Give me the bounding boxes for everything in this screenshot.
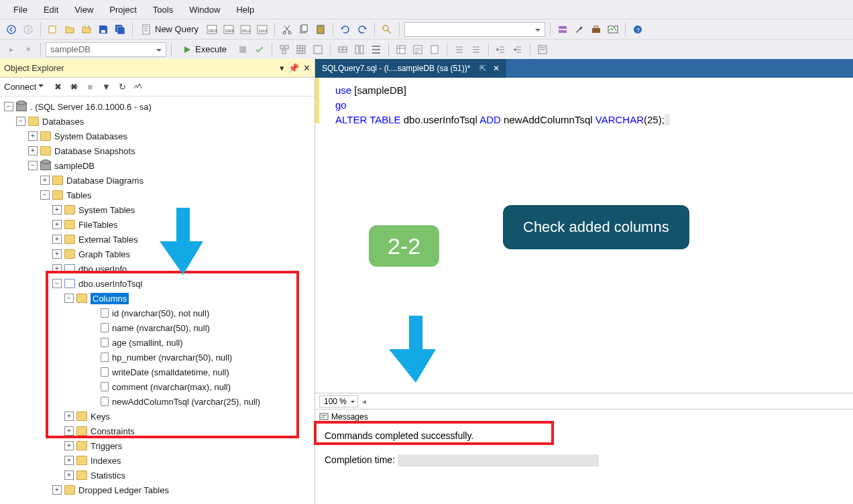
comment-icon[interactable]	[452, 42, 467, 57]
plan-icon-1[interactable]	[277, 42, 292, 57]
help-icon[interactable]: ?	[630, 22, 645, 37]
toggle-dropped[interactable]: +	[52, 485, 62, 495]
reg-servers-icon[interactable]	[555, 22, 570, 37]
tree-userinfo-tsql[interactable]: dbo.userInfoTsql	[78, 279, 142, 289]
toggle-columns[interactable]: −	[64, 294, 74, 303]
toggle-systables[interactable]: +	[52, 205, 62, 214]
wrench-icon[interactable]	[572, 22, 587, 37]
execute-button[interactable]: Execute	[176, 43, 233, 56]
tree-col-0[interactable]: id (nvarchar(50), not null)	[112, 308, 209, 318]
disconnect-all-icon[interactable]: ✖	[68, 81, 80, 93]
tree-snapshots[interactable]: Database Snapshots	[54, 146, 135, 156]
new-project-icon[interactable]	[46, 22, 60, 37]
document-tab[interactable]: SQLQuery7.sql - (l....sampleDB (sa (51))…	[315, 59, 506, 78]
nav-back-button[interactable]	[4, 22, 19, 37]
uncomment-icon[interactable]	[469, 42, 484, 57]
tree-col-1[interactable]: name (nvarchar(50), null)	[112, 323, 210, 333]
xmla-icon-1[interactable]: MDX	[205, 22, 219, 37]
menu-file[interactable]: File	[5, 2, 36, 17]
pin-icon[interactable]: ⇱	[479, 64, 486, 73]
tree-tables[interactable]: Tables	[66, 190, 92, 200]
grid-icon-1[interactable]	[335, 42, 350, 57]
toggle-snapshots[interactable]: +	[28, 146, 38, 155]
activity-icon[interactable]	[132, 81, 144, 93]
redo-icon[interactable]	[355, 22, 369, 37]
menu-tools[interactable]: Tools	[145, 2, 181, 17]
open2-icon[interactable]	[79, 22, 94, 37]
outdent-icon[interactable]	[510, 42, 525, 57]
tree-diagrams[interactable]: Database Diagrams	[66, 176, 144, 186]
tree-col-2[interactable]: age (smallint, null)	[112, 338, 183, 348]
open-icon[interactable]	[62, 22, 77, 37]
cut-icon[interactable]	[280, 22, 294, 37]
toggle-databases[interactable]: −	[16, 117, 25, 126]
messages-tab[interactable]: Messages	[315, 409, 853, 424]
tree-systables[interactable]: System Tables	[78, 205, 135, 215]
grid-icon-2[interactable]	[352, 42, 367, 57]
results-file-icon[interactable]	[427, 42, 442, 57]
paste-icon[interactable]	[313, 22, 328, 37]
toggle-graph[interactable]: +	[52, 249, 62, 259]
menu-help[interactable]: Help	[228, 2, 262, 17]
parse-icon[interactable]	[252, 42, 267, 57]
refresh-icon[interactable]: ↻	[116, 81, 128, 93]
results-text-icon[interactable]	[410, 42, 425, 57]
new-query-button[interactable]: New Query	[137, 23, 203, 36]
dropdown-icon[interactable]: ▾	[280, 63, 284, 73]
database-selector[interactable]: sampleDB	[46, 42, 166, 57]
tree-dropped[interactable]: Dropped Ledger Tables	[78, 485, 169, 495]
toggle-triggers[interactable]: +	[64, 441, 74, 450]
menu-window[interactable]: Window	[181, 2, 228, 17]
toggle-indexes[interactable]: +	[64, 456, 74, 465]
tab-close-icon[interactable]: ✕	[493, 64, 500, 73]
connect-button[interactable]: Connect	[4, 82, 48, 92]
tree-filetables[interactable]: FileTables	[78, 220, 118, 230]
tree-columns[interactable]: Columns	[91, 293, 129, 304]
zoom-combo[interactable]: 100 %	[319, 395, 358, 407]
tree-col-3[interactable]: hp_number (nvarchar(50), null)	[112, 353, 232, 363]
tree-userinfo[interactable]: dbo.userInfo	[78, 264, 127, 274]
xmla-icon-2[interactable]: DMX	[221, 22, 236, 37]
tree-col-6[interactable]: newAddColumnTsql (varchar(25), null)	[112, 397, 260, 407]
toggle-sampledb[interactable]: −	[28, 161, 38, 170]
menu-edit[interactable]: Edit	[36, 2, 66, 17]
disconnect-icon[interactable]: ✖	[52, 81, 64, 93]
toggle-userinfo[interactable]: +	[52, 264, 62, 273]
specify-values-icon[interactable]	[535, 42, 550, 57]
xmla-icon-3[interactable]: XMLA	[238, 22, 253, 37]
tree-sysdb[interactable]: System Databases	[54, 131, 127, 141]
filter-icon[interactable]: ▼	[100, 81, 112, 93]
tree-col-5[interactable]: comment (nvarchar(max), null)	[112, 382, 231, 392]
tree-constraints[interactable]: Constraints	[91, 426, 135, 436]
copy-icon[interactable]	[296, 22, 311, 37]
tree-databases[interactable]: Databases	[42, 117, 84, 127]
toggle-diagrams[interactable]: +	[40, 176, 50, 185]
menu-project[interactable]: Project	[101, 2, 144, 17]
tree-external[interactable]: External Tables	[78, 235, 138, 245]
toggle-keys[interactable]: +	[64, 412, 74, 421]
dax-icon[interactable]: DAX	[255, 22, 270, 37]
toggle-server[interactable]: −	[4, 102, 13, 111]
undo-icon[interactable]	[338, 22, 353, 37]
plan-icon-3[interactable]	[310, 42, 325, 57]
tree-server[interactable]: . (SQL Server 16.0.1000.6 - sa)	[30, 102, 152, 112]
results-grid-icon[interactable]	[394, 42, 408, 57]
close-icon[interactable]: ✕	[303, 63, 310, 73]
tree-triggers[interactable]: Triggers	[91, 441, 122, 451]
toggle-constraints[interactable]: +	[64, 426, 74, 436]
tree-indexes[interactable]: Indexes	[91, 456, 121, 466]
object-explorer-tree[interactable]: − . (SQL Server 16.0.1000.6 - sa) − Data…	[0, 97, 315, 504]
menu-view[interactable]: View	[66, 2, 101, 17]
find-icon[interactable]	[380, 22, 394, 37]
tree-sampledb[interactable]: sampleDB	[54, 161, 95, 171]
toggle-userinfo-tsql[interactable]: −	[52, 279, 62, 288]
pin-icon[interactable]: 📌	[288, 63, 299, 73]
plan-icon-2[interactable]	[294, 42, 308, 57]
tree-col-4[interactable]: writeDate (smalldatetime, null)	[112, 367, 229, 377]
toggle-tables[interactable]: −	[40, 190, 50, 200]
toggle-statistics[interactable]: +	[64, 470, 74, 480]
tree-statistics[interactable]: Statistics	[91, 470, 125, 481]
tree-keys[interactable]: Keys	[91, 412, 110, 422]
code-editor[interactable]: use [sampleDB] go ALTER TABLE dbo.userIn…	[315, 78, 853, 133]
toolbox-icon[interactable]	[589, 22, 604, 37]
